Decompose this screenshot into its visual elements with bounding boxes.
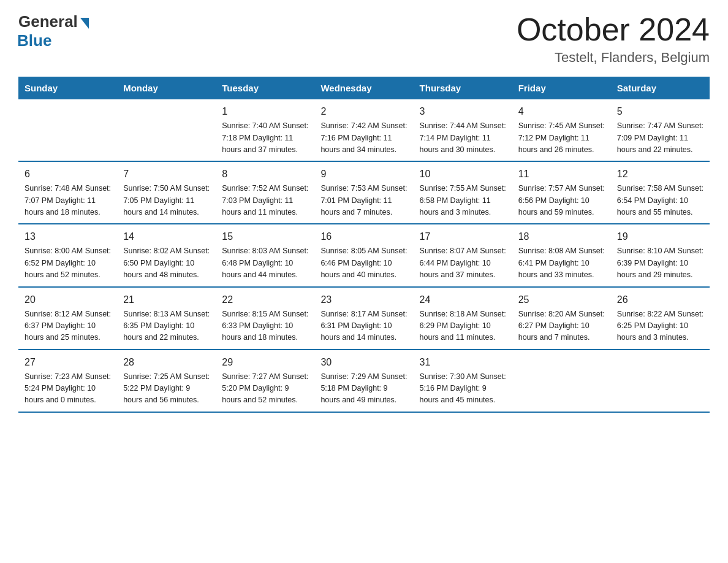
calendar-cell: 16Sunrise: 8:05 AM Sunset: 6:46 PM Dayli…	[314, 224, 413, 286]
day-number: 9	[320, 167, 407, 182]
day-number: 11	[518, 167, 605, 182]
day-info: Sunrise: 8:07 AM Sunset: 6:44 PM Dayligh…	[420, 245, 506, 281]
day-info: Sunrise: 7:23 AM Sunset: 5:24 PM Dayligh…	[25, 371, 111, 407]
day-info: Sunrise: 7:25 AM Sunset: 5:22 PM Dayligh…	[123, 371, 210, 407]
day-number: 15	[222, 229, 308, 244]
day-number: 21	[123, 293, 210, 307]
day-info: Sunrise: 7:44 AM Sunset: 7:14 PM Dayligh…	[420, 120, 506, 156]
day-number: 29	[222, 355, 308, 370]
calendar-cell: 29Sunrise: 7:27 AM Sunset: 5:20 PM Dayli…	[216, 350, 314, 412]
calendar-cell: 27Sunrise: 7:23 AM Sunset: 5:24 PM Dayli…	[18, 350, 117, 412]
calendar-cell: 25Sunrise: 8:20 AM Sunset: 6:27 PM Dayli…	[512, 287, 611, 350]
calendar-cell: 3Sunrise: 7:44 AM Sunset: 7:14 PM Daylig…	[414, 99, 512, 161]
calendar-cell: 21Sunrise: 8:13 AM Sunset: 6:35 PM Dayli…	[117, 287, 216, 350]
calendar-cell: 24Sunrise: 8:18 AM Sunset: 6:29 PM Dayli…	[414, 287, 512, 350]
calendar-title: October 2024	[517, 12, 710, 47]
calendar-cell: 15Sunrise: 8:03 AM Sunset: 6:48 PM Dayli…	[216, 224, 314, 286]
calendar-cell: 30Sunrise: 7:29 AM Sunset: 5:18 PM Dayli…	[314, 350, 413, 412]
calendar-cell: 13Sunrise: 8:00 AM Sunset: 6:52 PM Dayli…	[18, 224, 117, 286]
day-info: Sunrise: 8:02 AM Sunset: 6:50 PM Dayligh…	[123, 245, 210, 281]
day-number: 16	[320, 229, 407, 244]
day-info: Sunrise: 8:00 AM Sunset: 6:52 PM Dayligh…	[25, 245, 111, 281]
calendar-table: SundayMondayTuesdayWednesdayThursdayFrid…	[18, 77, 710, 413]
day-number: 20	[25, 293, 111, 307]
title-section: October 2024 Testelt, Flanders, Belgium	[517, 12, 710, 66]
header-friday: Friday	[512, 77, 611, 99]
calendar-week-row: 1Sunrise: 7:40 AM Sunset: 7:18 PM Daylig…	[18, 99, 710, 161]
day-info: Sunrise: 8:17 AM Sunset: 6:31 PM Dayligh…	[320, 308, 407, 344]
calendar-cell: 10Sunrise: 7:55 AM Sunset: 6:58 PM Dayli…	[414, 161, 512, 224]
day-number: 2	[320, 104, 407, 119]
day-number: 3	[420, 104, 506, 119]
day-number: 12	[617, 167, 703, 182]
day-info: Sunrise: 7:27 AM Sunset: 5:20 PM Dayligh…	[222, 371, 308, 407]
calendar-week-row: 27Sunrise: 7:23 AM Sunset: 5:24 PM Dayli…	[18, 350, 710, 412]
day-number: 18	[518, 229, 605, 244]
day-number: 31	[420, 355, 506, 370]
calendar-cell: 11Sunrise: 7:57 AM Sunset: 6:56 PM Dayli…	[512, 161, 611, 224]
day-info: Sunrise: 7:58 AM Sunset: 6:54 PM Dayligh…	[617, 183, 703, 218]
day-number: 6	[25, 167, 111, 182]
day-info: Sunrise: 7:55 AM Sunset: 6:58 PM Dayligh…	[420, 183, 506, 218]
calendar-cell: 14Sunrise: 8:02 AM Sunset: 6:50 PM Dayli…	[117, 224, 216, 286]
day-info: Sunrise: 7:52 AM Sunset: 7:03 PM Dayligh…	[222, 183, 308, 218]
day-number: 13	[25, 229, 111, 244]
day-number: 30	[320, 355, 407, 370]
logo-blue-text: Blue	[17, 31, 51, 50]
calendar-cell: 2Sunrise: 7:42 AM Sunset: 7:16 PM Daylig…	[314, 99, 413, 161]
day-number: 19	[617, 229, 703, 244]
calendar-week-row: 6Sunrise: 7:48 AM Sunset: 7:07 PM Daylig…	[18, 161, 710, 224]
day-info: Sunrise: 7:29 AM Sunset: 5:18 PM Dayligh…	[320, 371, 407, 407]
day-info: Sunrise: 7:40 AM Sunset: 7:18 PM Dayligh…	[222, 120, 308, 156]
page-header: General Blue October 2024 Testelt, Fland…	[18, 12, 710, 66]
day-number: 8	[222, 167, 308, 182]
calendar-cell: 9Sunrise: 7:53 AM Sunset: 7:01 PM Daylig…	[314, 161, 413, 224]
day-number: 10	[420, 167, 506, 182]
calendar-cell: 5Sunrise: 7:47 AM Sunset: 7:09 PM Daylig…	[611, 99, 710, 161]
day-info: Sunrise: 8:08 AM Sunset: 6:41 PM Dayligh…	[518, 245, 605, 281]
day-number: 24	[420, 293, 506, 307]
calendar-cell: 6Sunrise: 7:48 AM Sunset: 7:07 PM Daylig…	[18, 161, 117, 224]
day-info: Sunrise: 8:15 AM Sunset: 6:33 PM Dayligh…	[222, 308, 308, 344]
day-number: 17	[420, 229, 506, 244]
day-info: Sunrise: 7:42 AM Sunset: 7:16 PM Dayligh…	[320, 120, 407, 156]
day-number: 4	[518, 104, 605, 119]
calendar-cell	[611, 350, 710, 412]
day-info: Sunrise: 7:45 AM Sunset: 7:12 PM Dayligh…	[518, 120, 605, 156]
day-number: 23	[320, 293, 407, 307]
day-number: 28	[123, 355, 210, 370]
calendar-cell: 28Sunrise: 7:25 AM Sunset: 5:22 PM Dayli…	[117, 350, 216, 412]
calendar-cell: 19Sunrise: 8:10 AM Sunset: 6:39 PM Dayli…	[611, 224, 710, 286]
day-number: 25	[518, 293, 605, 307]
calendar-cell: 4Sunrise: 7:45 AM Sunset: 7:12 PM Daylig…	[512, 99, 611, 161]
calendar-cell	[18, 99, 117, 161]
day-number: 1	[222, 104, 308, 119]
calendar-cell: 1Sunrise: 7:40 AM Sunset: 7:18 PM Daylig…	[216, 99, 314, 161]
calendar-cell: 26Sunrise: 8:22 AM Sunset: 6:25 PM Dayli…	[611, 287, 710, 350]
logo: General Blue	[18, 12, 89, 50]
calendar-cell: 7Sunrise: 7:50 AM Sunset: 7:05 PM Daylig…	[117, 161, 216, 224]
day-info: Sunrise: 7:57 AM Sunset: 6:56 PM Dayligh…	[518, 183, 605, 218]
calendar-cell: 8Sunrise: 7:52 AM Sunset: 7:03 PM Daylig…	[216, 161, 314, 224]
calendar-cell: 17Sunrise: 8:07 AM Sunset: 6:44 PM Dayli…	[414, 224, 512, 286]
day-info: Sunrise: 7:50 AM Sunset: 7:05 PM Dayligh…	[123, 183, 210, 218]
header-monday: Monday	[117, 77, 216, 99]
day-info: Sunrise: 7:30 AM Sunset: 5:16 PM Dayligh…	[420, 371, 506, 407]
calendar-week-row: 20Sunrise: 8:12 AM Sunset: 6:37 PM Dayli…	[18, 287, 710, 350]
day-info: Sunrise: 8:13 AM Sunset: 6:35 PM Dayligh…	[123, 308, 210, 344]
calendar-cell: 23Sunrise: 8:17 AM Sunset: 6:31 PM Dayli…	[314, 287, 413, 350]
calendar-cell	[512, 350, 611, 412]
calendar-week-row: 13Sunrise: 8:00 AM Sunset: 6:52 PM Dayli…	[18, 224, 710, 286]
day-info: Sunrise: 7:47 AM Sunset: 7:09 PM Dayligh…	[617, 120, 703, 156]
header-wednesday: Wednesday	[314, 77, 413, 99]
calendar-cell: 22Sunrise: 8:15 AM Sunset: 6:33 PM Dayli…	[216, 287, 314, 350]
day-info: Sunrise: 8:05 AM Sunset: 6:46 PM Dayligh…	[320, 245, 407, 281]
day-info: Sunrise: 7:53 AM Sunset: 7:01 PM Dayligh…	[320, 183, 407, 218]
calendar-cell: 12Sunrise: 7:58 AM Sunset: 6:54 PM Dayli…	[611, 161, 710, 224]
calendar-location: Testelt, Flanders, Belgium	[517, 50, 710, 66]
day-info: Sunrise: 8:22 AM Sunset: 6:25 PM Dayligh…	[617, 308, 703, 344]
day-number: 5	[617, 104, 703, 119]
day-number: 7	[123, 167, 210, 182]
header-thursday: Thursday	[414, 77, 512, 99]
day-info: Sunrise: 8:03 AM Sunset: 6:48 PM Dayligh…	[222, 245, 308, 281]
